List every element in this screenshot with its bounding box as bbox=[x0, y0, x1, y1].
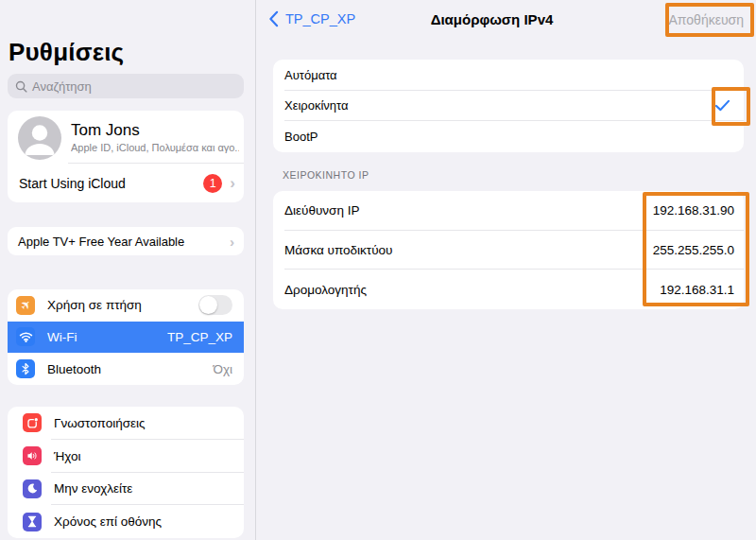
icloud-row-label: Start Using iCloud bbox=[19, 176, 126, 191]
subnet-mask-label: Μάσκα υποδικτύου bbox=[284, 243, 392, 257]
sidebar-item-airplane-mode[interactable]: ✈ Χρήση σε πτήση bbox=[8, 289, 244, 322]
wifi-icon bbox=[16, 327, 35, 346]
airplane-mode-toggle[interactable] bbox=[198, 295, 232, 315]
profile-card: Tom Jons Apple ID, iCloud, Πολυμέσα και … bbox=[8, 111, 244, 202]
option-automatic-label: Αυτόματα bbox=[284, 68, 337, 82]
sidebar-item-wifi[interactable]: Wi-Fi TP_CP_XP bbox=[8, 322, 244, 354]
notifications-icon bbox=[23, 413, 42, 432]
bluetooth-status-value: Όχι bbox=[213, 362, 232, 376]
person-icon bbox=[18, 116, 61, 160]
ip-address-row[interactable]: Διεύθυνση IP 192.168.31.90 bbox=[273, 191, 744, 231]
wifi-network-value: TP_CP_XP bbox=[167, 330, 232, 344]
search-placeholder: Αναζήτηση bbox=[32, 79, 92, 94]
start-using-icloud-row[interactable]: Start Using iCloud 1 › bbox=[8, 164, 244, 202]
option-bootp-label: BootP bbox=[284, 130, 318, 144]
chevron-right-icon: › bbox=[230, 175, 235, 191]
router-row[interactable]: Δρομολογητής 192.168.31.1 bbox=[273, 270, 744, 309]
settings-sidebar: Ρυθμίσεις Αναζήτηση Tom Jons Apple ID, i… bbox=[0, 0, 255, 540]
manual-ip-section-header: ΧΕΙΡΟΚΙΝΗΤΟ IP bbox=[283, 169, 369, 181]
subnet-mask-row[interactable]: Μάσκα υποδικτύου 255.255.255.0 bbox=[273, 231, 744, 270]
apple-tv-promo-row[interactable]: Apple TV+ Free Year Available › bbox=[8, 227, 244, 255]
bluetooth-label: Bluetooth bbox=[47, 362, 101, 376]
ip-address-value[interactable]: 192.168.31.90 bbox=[653, 203, 734, 218]
sidebar-group-connectivity: ✈ Χρήση σε πτήση Wi-Fi TP_CP_XP Bluetoot… bbox=[8, 289, 244, 385]
toggle-knob bbox=[199, 296, 217, 314]
ipv4-options-card: Αυτόματα Χειροκίνητα BootP bbox=[273, 60, 744, 152]
sidebar-group-general: Γνωστοποιήσεις Ήχοι Μην ενοχλείτε Χρόνος… bbox=[8, 407, 244, 538]
notification-badge: 1 bbox=[203, 174, 222, 193]
ip-address-label: Διεύθυνση IP bbox=[284, 203, 359, 218]
sidebar-item-screen-time[interactable]: Χρόνος επί οθόνης bbox=[8, 505, 244, 538]
subnet-mask-value[interactable]: 255.255.255.0 bbox=[653, 243, 734, 257]
speaker-icon bbox=[23, 446, 42, 465]
hourglass-icon bbox=[23, 513, 42, 531]
sidebar-item-notifications[interactable]: Γνωστοποιήσεις bbox=[8, 407, 244, 440]
save-button[interactable]: Αποθήκευση bbox=[669, 12, 744, 27]
ipv4-config-panel: TP_CP_XP Διαμόρφωση IPv4 Αποθήκευση Αυτό… bbox=[255, 0, 756, 540]
sidebar-item-do-not-disturb[interactable]: Μην ενοχλείτε bbox=[8, 473, 244, 506]
manual-ip-card: Διεύθυνση IP 192.168.31.90 Μάσκα υποδικτ… bbox=[273, 191, 744, 309]
search-icon bbox=[15, 80, 27, 93]
router-label: Δρομολογητής bbox=[284, 283, 367, 297]
avatar[interactable] bbox=[18, 116, 61, 160]
moon-icon bbox=[23, 479, 42, 498]
screen-time-label: Χρόνος επί οθόνης bbox=[54, 514, 162, 529]
profile-name[interactable]: Tom Jons bbox=[71, 121, 140, 140]
page-title: Ρυθμίσεις bbox=[9, 38, 124, 67]
sidebar-item-bluetooth[interactable]: Bluetooth Όχι bbox=[8, 353, 244, 385]
sidebar-item-sounds[interactable]: Ήχοι bbox=[8, 440, 244, 473]
option-manual[interactable]: Χειροκίνητα bbox=[273, 91, 744, 122]
chevron-right-icon: › bbox=[230, 235, 234, 249]
profile-subtitle: Apple ID, iCloud, Πολυμέσα και αγο... bbox=[71, 142, 239, 153]
panel-title: Διαμόρφωση IPv4 bbox=[256, 11, 728, 27]
router-value[interactable]: 192.168.31.1 bbox=[660, 283, 734, 297]
promo-label: Apple TV+ Free Year Available bbox=[18, 235, 184, 249]
search-input[interactable]: Αναζήτηση bbox=[8, 74, 244, 98]
option-bootp[interactable]: BootP bbox=[273, 121, 744, 152]
do-not-disturb-label: Μην ενοχλείτε bbox=[54, 481, 132, 496]
notifications-label: Γνωστοποιήσεις bbox=[54, 416, 146, 430]
checkmark-icon bbox=[714, 99, 730, 112]
option-manual-label: Χειροκίνητα bbox=[284, 98, 349, 113]
sounds-label: Ήχοι bbox=[54, 449, 81, 463]
airplane-mode-label: Χρήση σε πτήση bbox=[47, 298, 142, 312]
bluetooth-icon bbox=[16, 359, 35, 378]
airplane-mode-icon: ✈ bbox=[16, 296, 35, 315]
wifi-label: Wi-Fi bbox=[47, 330, 77, 344]
option-automatic[interactable]: Αυτόματα bbox=[273, 60, 744, 91]
